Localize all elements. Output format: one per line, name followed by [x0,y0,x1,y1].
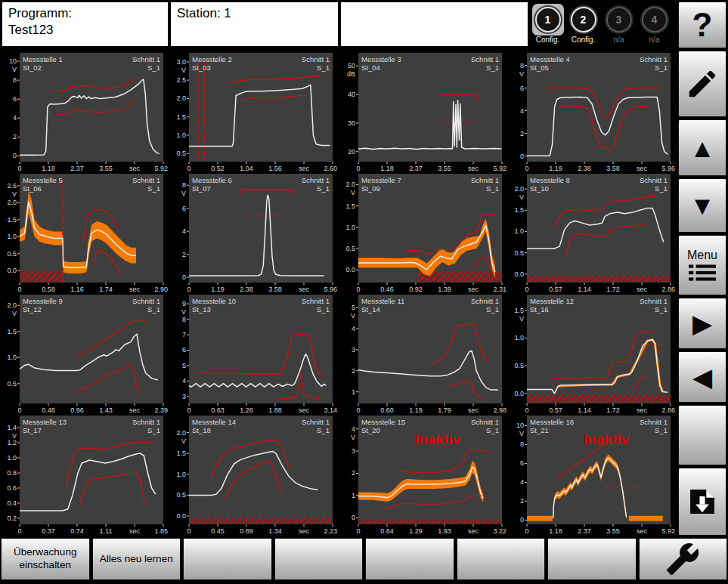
chart-panel-messstelle-6[interactable]: 01.192.383.58sec5.9686420VMessstelle 6St… [169,174,339,295]
chart-schnitt: Schnitt 1 [302,297,330,305]
bottom-blank-button-2[interactable] [274,538,364,580]
y-tick-label: 6 [520,85,524,92]
chart-panel-messstelle-13[interactable]: 00.370.741.11sec1.851.41.21.00.80.60.40.… [0,416,169,536]
chart-panel-messstelle-3[interactable]: 01.182.373.55sec5.9250403020dBMessstelle… [339,53,508,174]
chart-panel-messstelle-7[interactable]: 00.460.921.39sec2.312.01.51.00.50.0VMess… [339,174,508,295]
down-arrow-icon: ▼ [689,193,715,218]
config-2-highlight: 2 [568,4,599,36]
next-button[interactable]: ▶ [678,298,726,349]
chart-title: Messstelle 2 [192,55,232,63]
chart-title: Messstelle 15 [361,418,405,426]
y-axis-unit: V [350,312,355,320]
chart-panel-messstelle-1[interactable]: 01.182.373.55sec5.921086420VMessstelle 1… [0,53,169,174]
config-4-highlight: 4 [639,4,671,36]
y-axis-unit: V [350,189,355,196]
chart-title: Messstelle 11 [361,297,404,305]
chart-channel: St_16 [530,305,549,314]
config-selector: 1 Config. 2 Config. 3 n/a 4 n/a [530,0,677,51]
scroll-down-button[interactable]: ▼ [678,178,726,233]
chart-panel-messstelle-16[interactable]: 01.182.373.55sec5.921086420VMessstelle 1… [507,416,677,536]
y-tick-label: 4 [13,114,17,122]
config-4-number: 4 [642,7,668,32]
export-button[interactable] [678,468,726,536]
chart-panel-messstelle-5[interactable]: 00.581.161.74sec2.902.52.01.51.00.50.0VM… [0,174,169,295]
x-tick-label: 1.26 [240,406,253,414]
y-tick-label: 6 [13,95,17,103]
bottom-blank-button-5[interactable] [547,538,637,580]
y-axis-unit: V [12,432,17,440]
x-tick-label: 1.04 [240,165,253,172]
chart-panel-messstelle-11[interactable]: 00.601.191.79sec2.9854321VMessstelle 11S… [339,295,508,416]
scroll-up-button[interactable]: ▲ [678,119,726,176]
monitoring-on-button[interactable]: Überwachung einschalten [1,538,90,580]
y-tick-label: 1.0 [176,471,186,478]
y-tick-label: 0.5 [345,245,355,252]
measurement-chart: 00.601.191.79sec2.9854321VMessstelle 11S… [339,295,507,416]
x-tick-label: 1.18 [380,165,394,172]
chart-channel: St_21 [530,426,549,434]
chart-schnitt: Schnitt 1 [640,176,668,184]
x-tick-label: 1.93 [438,527,451,535]
relearn-all-button[interactable]: Alles neu lernen [92,538,181,580]
bottom-blank-button-1[interactable] [183,538,272,580]
y-tick-label: 8 [520,440,524,448]
bottom-blank-button-3[interactable] [365,538,454,580]
x-tick-label: 2.38 [240,286,253,293]
station-label: Station: 1 [177,5,332,22]
blank-button[interactable] [678,405,726,465]
chart-schnitt: Schnitt 1 [132,418,160,426]
measurement-chart: 00.641.291.93sec3.2243210VMessstelle 15S… [339,416,507,536]
chart-panel-messstelle-9[interactable]: 00.480.961.43sec2.392.01.51.00.5VMessste… [0,295,169,416]
settings-button[interactable] [639,538,728,580]
x-tick-label: 1.29 [409,527,423,535]
bottom-blank-button-4[interactable] [457,538,546,580]
y-tick-label: 0.5 [7,380,17,388]
chart-panel-messstelle-10[interactable]: 00.631.261.88sec3.149876543VMessstelle 1… [169,295,339,416]
violation-hatch-region [189,518,333,524]
y-tick-label: 10 [516,422,524,429]
x-tick-label: 2.86 [662,286,676,293]
chart-panel-messstelle-14[interactable]: 00.450.891.34sec2.232.01.51.00.50.0VMess… [169,416,339,536]
y-tick-label: 8 [13,76,17,84]
violation-hatch-region [527,395,671,403]
y-tick-label: 6 [520,459,524,467]
chart-cut: S_1 [147,426,160,434]
x-tick-label: sec [129,286,141,293]
x-tick-label: 0 [356,286,360,293]
menu-list-icon [689,264,716,282]
config-button-4: 4 n/a [637,4,672,44]
measurement-chart: 00.571.141.72sec2.861.51.00.50.0VMessste… [507,295,676,416]
chart-schnitt: Schnitt 1 [132,176,160,184]
y-axis-unit: V [181,437,186,445]
x-tick-label: 0.57 [549,406,562,414]
x-tick-label: 5.92 [662,527,676,535]
y-tick-label: 7 [182,331,186,338]
chart-cut: S_1 [655,305,668,314]
config-button-1[interactable]: 1 Config. [530,4,565,44]
edit-button[interactable] [678,51,726,117]
y-tick-label: 2.0 [176,94,186,102]
x-tick-label: sec [637,165,648,172]
chart-schnitt: Schnitt 1 [471,176,499,184]
prev-button[interactable]: ◀ [678,351,726,403]
chart-panel-messstelle-2[interactable]: 00.521.041.56sec2.603.02.52.01.51.00.5VM… [169,53,339,174]
y-tick-label: 8 [182,316,186,323]
chart-cut: S_1 [486,305,499,314]
config-2-label: Config. [572,36,596,44]
chart-channel: St_14 [361,305,380,314]
chart-panel-messstelle-15[interactable]: 00.641.291.93sec3.2243210VMessstelle 15S… [339,416,508,536]
config-button-2[interactable]: 2 Config. [565,4,601,44]
chart-cut: S_1 [147,63,160,72]
chart-channel: St_17 [23,426,42,434]
chart-panel-messstelle-4[interactable]: 01.192.383.58sec5.9686420VMessstelle 4St… [507,53,677,174]
x-tick-label: 1.79 [438,406,451,414]
empty-header-box [340,2,528,47]
x-tick-label: sec [637,286,648,293]
menu-button[interactable]: Menu [678,235,726,295]
help-button[interactable]: ? [678,2,726,48]
chart-panel-messstelle-12[interactable]: 00.571.141.72sec2.861.51.00.50.0VMessste… [507,295,677,416]
y-tick-label: 2.5 [7,182,17,190]
chart-panel-messstelle-8[interactable]: 00.571.141.72sec2.862.01.51.00.50.0VMess… [507,174,677,295]
chart-title: Messstelle 4 [530,55,570,63]
program-value: Test123 [8,22,162,39]
